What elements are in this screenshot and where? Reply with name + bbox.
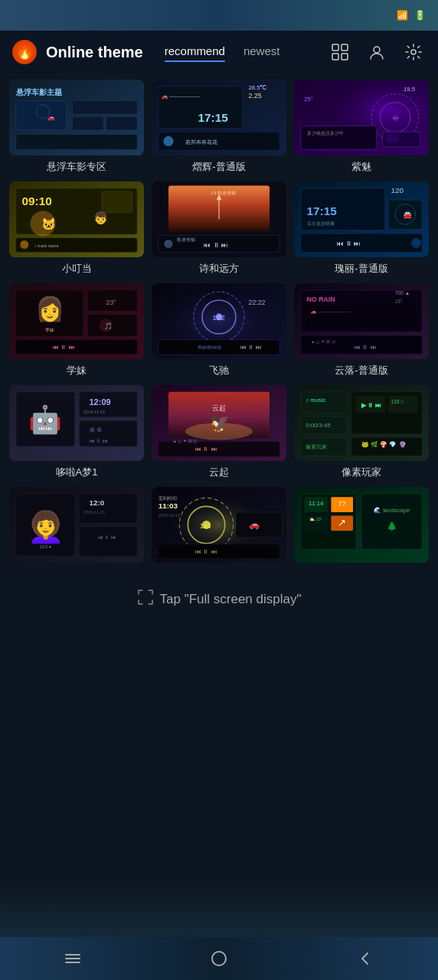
theme-item-5[interactable]: 3.8 轨道传输 轨道传输 ⏮ ⏸ ⏭ 诗和远方 [152,181,286,276]
svg-text:🦅: 🦅 [209,413,230,433]
theme-item-4[interactable]: 09:10 🐱 👦 ♪ track name 小叮当 [9,181,144,276]
svg-text:28.5℃: 28.5℃ [249,84,267,91]
theme-name-6: 瑰丽-普通版 [335,262,387,276]
fullscreen-icon [137,589,154,609]
theme-thumb-11: 云起 🦅 ⏮ ⏸ ⏭ ▲ △ ✦ ⊞ ◎ [152,385,286,461]
svg-text:⏮ ⏸ ⏭: ⏮ ⏸ ⏭ [90,438,109,443]
svg-text:🚗 ——————: 🚗 —————— [162,93,200,100]
theme-item-10[interactable]: 🤖 12:09 2019-11-23 ⊞ ⚙ ⏮ ⏸ ⏭ 哆啦A梦1 [9,385,144,479]
theme-item-3[interactable]: 19.5 ♾ 25° 多少钱也没多少中 紫魅 [294,80,429,174]
theme-thumb-15: 11:14 77 ⛅ 23° ↗ 🌊 landscape 🌲 [294,487,429,563]
grid-view-button[interactable] [328,40,352,64]
theme-name-4: 小叮当 [62,262,92,276]
theme-item-7[interactable]: 👩 学妹 23° 🎵 ⏮ ⏸ ⏭ 学妹 [9,283,144,377]
svg-rect-166 [212,952,226,965]
svg-rect-21 [159,132,279,150]
svg-rect-159 [304,534,353,546]
svg-text:后女孩放晴播: 后女孩放晴播 [307,220,335,226]
theme-item-13[interactable]: 👩‍🦱 12:0 ● 12:0 2020-11-23 ⏮ ⏸ ⏭ [9,487,144,567]
svg-rect-74 [16,340,137,354]
theme-item-12[interactable]: ♪ music ▶ ⏸ ⏭ 133☆ 0:00/3:45 🐸 🌿 🍄 💎 🔮 像… [294,385,429,479]
theme-thumb-4: 09:10 🐱 👦 ♪ track name [9,181,144,257]
settings-button[interactable] [401,40,426,64]
svg-text:🚗: 🚗 [249,519,260,530]
theme-item-15[interactable]: 11:14 77 ⛅ 23° ↗ 🌊 landscape 🌲 [294,487,429,567]
tap-full-screen[interactable]: Tap "Full screen display" [12,589,426,609]
svg-rect-2 [332,54,338,60]
nav-menu-button[interactable] [54,940,91,977]
theme-name-10: 哆啦A梦1 [56,466,98,479]
svg-text:700 ▲: 700 ▲ [395,290,410,296]
theme-name-1: 悬浮车影专区 [47,160,106,174]
svg-point-43 [20,240,28,249]
theme-item-8[interactable]: 122 22:22 Rainforest ⏮ ⏸ ⏭ 飞驰 [152,283,286,377]
svg-text:🐸 🌿 🍄 💎 🔮: 🐸 🌿 🍄 💎 🔮 [361,440,407,448]
svg-text:若邦布布花花: 若邦布布花花 [185,139,217,145]
svg-point-5 [411,50,416,54]
svg-text:⏮ ⏸ ⏭: ⏮ ⏸ ⏭ [195,548,217,555]
theme-name-9: 云落-普通版 [335,364,387,377]
svg-text:17:15: 17:15 [307,204,338,217]
theme-item-9[interactable]: NO RAIN 700 ▲ 26° 🚗 ———————— ▲ △ ✦ ⊞ ◎ ⏮… [294,283,429,377]
theme-item-2[interactable]: 28.5℃ 2.25 🚗 —————— 17:15 若邦布布花花 熠辉-普通版 [152,80,286,174]
theme-grid: 悬浮车影主题 🚗 悬浮车影专区 28. [0,74,438,573]
svg-text:🌊 landscape: 🌊 landscape [374,506,410,514]
theme-thumb-6: 120 17:15 后女孩放晴播 🚘 ⏮ ⏸ ⏭ [294,181,429,257]
svg-point-51 [165,240,173,248]
theme-item-14[interactable]: 144 室利时间 11:03 2022-01-13 🚗 ⏮ ⏸ ⏭ [152,487,286,567]
user-profile-button[interactable] [364,40,389,64]
theme-name-7: 学妹 [67,364,87,377]
svg-rect-10 [73,116,104,130]
svg-text:25°: 25° [304,96,313,103]
theme-name-8: 飞驰 [209,364,229,377]
header-tabs: recommend newest [165,44,319,60]
svg-rect-102 [79,420,137,446]
theme-item-1[interactable]: 悬浮车影主题 🚗 悬浮车影专区 [9,80,144,174]
svg-text:🎵: 🎵 [104,322,113,331]
svg-text:122: 122 [212,313,225,322]
status-battery-icon: 🔋 [414,10,426,21]
svg-text:2019-11-23: 2019-11-23 [83,410,105,414]
svg-text:🚘: 🚘 [403,210,413,220]
svg-text:悬浮车影主题: 悬浮车影主题 [15,88,62,96]
svg-text:12:09: 12:09 [90,397,111,407]
tap-text-label: Tap "Full screen display" [160,592,302,607]
svg-rect-110 [159,442,279,457]
tab-newest[interactable]: newest [244,44,280,60]
svg-text:11:03: 11:03 [159,501,178,510]
svg-text:▲ △ ✦ ⊞ ◎: ▲ △ ✦ ⊞ ◎ [311,339,335,344]
nav-back-button[interactable] [347,940,384,977]
theme-thumb-1: 悬浮车影主题 🚗 [9,80,144,155]
theme-item-11[interactable]: 云起 🦅 ⏮ ⏸ ⏭ ▲ △ ✦ ⊞ ◎ 云起 [152,385,286,479]
svg-text:↗: ↗ [338,517,346,528]
svg-text:3.8 轨道传输: 3.8 轨道传输 [211,191,236,195]
status-bar: 📶 🔋 [0,0,438,31]
svg-text:2022-01-13: 2022-01-13 [159,513,180,518]
page-title: Online theme [46,44,143,61]
svg-text:⏮ ⏸ ⏭: ⏮ ⏸ ⏭ [337,240,361,247]
svg-text:♪ track name: ♪ track name [34,243,58,248]
theme-thumb-3: 19.5 ♾ 25° 多少钱也没多少中 [294,80,429,155]
theme-thumb-13: 👩‍🦱 12:0 ● 12:0 2020-11-23 ⏮ ⏸ ⏭ [9,487,144,563]
svg-text:云起: 云起 [212,404,226,412]
theme-thumb-8: 122 22:22 Rainforest ⏮ ⏸ ⏭ [152,283,286,359]
nav-home-button[interactable] [201,940,237,977]
svg-text:2.25: 2.25 [249,92,262,100]
app-logo: 🔥 [12,40,37,64]
svg-rect-1 [342,44,348,51]
theme-item-6[interactable]: 120 17:15 后女孩放晴播 🚘 ⏮ ⏸ ⏭ 瑰丽-普通版 [294,181,429,276]
svg-text:11:14: 11:14 [309,500,324,507]
svg-text:👩: 👩 [35,295,65,323]
theme-thumb-7: 👩 学妹 23° 🎵 ⏮ ⏸ ⏭ [9,283,144,359]
svg-rect-12 [16,135,137,150]
theme-thumb-9: NO RAIN 700 ▲ 26° 🚗 ———————— ▲ △ ✦ ⊞ ◎ ⏮… [294,283,429,359]
svg-text:⊞ ⚙: ⊞ ⚙ [90,426,102,433]
svg-text:🚗 ————————: 🚗 ———————— [311,309,351,315]
svg-text:12:0 ●: 12:0 ● [40,544,52,549]
theme-name-2: 熠辉-普通版 [192,160,245,174]
svg-rect-147 [159,544,279,559]
svg-text:⏮ ⏸ ⏭: ⏮ ⏸ ⏭ [204,241,228,249]
svg-point-4 [374,47,380,53]
svg-text:🐱: 🐱 [41,217,57,231]
tab-recommend[interactable]: recommend [165,44,225,60]
